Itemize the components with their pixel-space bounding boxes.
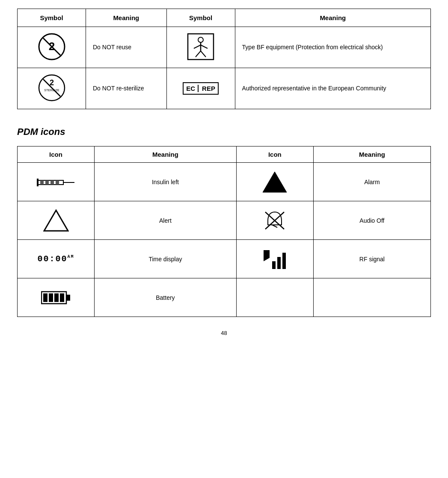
symbol-table: Symbol Meaning Symbol Meaning 2 Do NOT r… [17, 9, 431, 109]
empty-icon-cell [236, 278, 313, 317]
svg-rect-17 [50, 180, 54, 185]
empty-meaning [313, 278, 430, 317]
svg-text:2: 2 [48, 40, 54, 53]
alarm-icon [262, 170, 288, 194]
time-display-cell: 00:00AM [18, 240, 95, 278]
alert-meaning: Alert [95, 201, 237, 240]
svg-rect-32 [43, 293, 47, 302]
time-display-meaning: Time display [95, 240, 237, 278]
rep-label: REP [200, 85, 215, 92]
no-reuse-cell: 2 [18, 27, 86, 68]
battery-meaning: Battery [95, 278, 237, 317]
col-header-meaning2: Meaning [235, 9, 430, 27]
ec-label: EC [186, 85, 199, 92]
bf-equipment-meaning: Type BF equipment (Protection from elect… [235, 27, 430, 68]
pdm-icons-heading: PDM icons [17, 126, 431, 137]
svg-marker-21 [263, 172, 287, 192]
svg-rect-29 [282, 253, 286, 269]
no-sterilize-symbol: 2 STERILIZE [37, 73, 66, 102]
pdm-col-header-meaning1: Meaning [95, 146, 237, 163]
svg-rect-27 [272, 261, 276, 269]
svg-line-8 [196, 51, 201, 57]
insulin-left-meaning: Insulin left [95, 163, 237, 201]
ec-rep-cell: EC REP [166, 68, 235, 109]
time-display-icon: 00:00AM [37, 254, 74, 264]
table-row: 2 Do NOT reuse [18, 27, 431, 68]
svg-rect-20 [37, 179, 39, 186]
no-reuse-meaning: Do NOT reuse [86, 27, 167, 68]
pdm-col-header-icon1: Icon [18, 146, 95, 163]
insulin-left-cell [18, 163, 95, 201]
alert-cell [18, 201, 95, 240]
pdm-col-header-icon2: Icon [236, 146, 313, 163]
battery-icon [41, 290, 71, 305]
bf-equipment-symbol [186, 32, 215, 61]
svg-point-4 [198, 37, 203, 42]
table-row: 00:00AM Time display RF signal [18, 240, 431, 278]
bf-equipment-cell [166, 27, 235, 68]
rf-signal-icon [262, 248, 288, 270]
rf-signal-meaning: RF signal [313, 240, 430, 278]
alarm-meaning: Alarm [313, 163, 430, 201]
rf-signal-cell [236, 240, 313, 278]
svg-line-6 [194, 45, 201, 48]
svg-rect-28 [277, 257, 281, 269]
svg-marker-26 [264, 250, 270, 261]
svg-marker-22 [44, 210, 68, 231]
svg-line-9 [201, 51, 206, 57]
pdm-col-header-meaning2: Meaning [313, 146, 430, 163]
table-row: Insulin left Alarm [18, 163, 431, 201]
page-number: 48 [17, 330, 431, 336]
col-header-meaning1: Meaning [86, 9, 167, 27]
svg-rect-18 [56, 180, 59, 185]
insulin-left-icon [37, 173, 75, 191]
audio-off-icon [262, 209, 288, 232]
alarm-cell [236, 163, 313, 201]
alert-icon [43, 209, 69, 232]
svg-rect-15 [40, 180, 44, 185]
no-sterilize-meaning: Do NOT re-sterilize [86, 68, 167, 109]
svg-rect-34 [54, 293, 59, 302]
battery-cell [18, 278, 95, 317]
svg-rect-35 [60, 293, 64, 302]
svg-line-7 [201, 45, 208, 48]
col-header-symbol2: Symbol [166, 9, 235, 27]
col-header-symbol1: Symbol [18, 9, 86, 27]
svg-rect-16 [45, 180, 49, 185]
ec-rep-symbol: EC REP [183, 82, 219, 95]
no-sterilize-cell: 2 STERILIZE [18, 68, 86, 109]
audio-off-meaning: Audio Off [313, 201, 430, 240]
audio-off-cell [236, 201, 313, 240]
table-row: Battery [18, 278, 431, 317]
svg-text:STERILIZE: STERILIZE [44, 89, 59, 92]
table-row: Alert Audio Off [18, 201, 431, 240]
pdm-icon-table: Icon Meaning Icon Meaning [17, 146, 431, 317]
ec-rep-meaning: Authorized representative in the Europea… [235, 68, 430, 109]
svg-rect-31 [66, 295, 70, 301]
table-row: 2 STERILIZE Do NOT re-sterilize EC REP A… [18, 68, 431, 109]
svg-rect-33 [49, 293, 53, 302]
no-reuse-symbol: 2 [37, 32, 66, 61]
